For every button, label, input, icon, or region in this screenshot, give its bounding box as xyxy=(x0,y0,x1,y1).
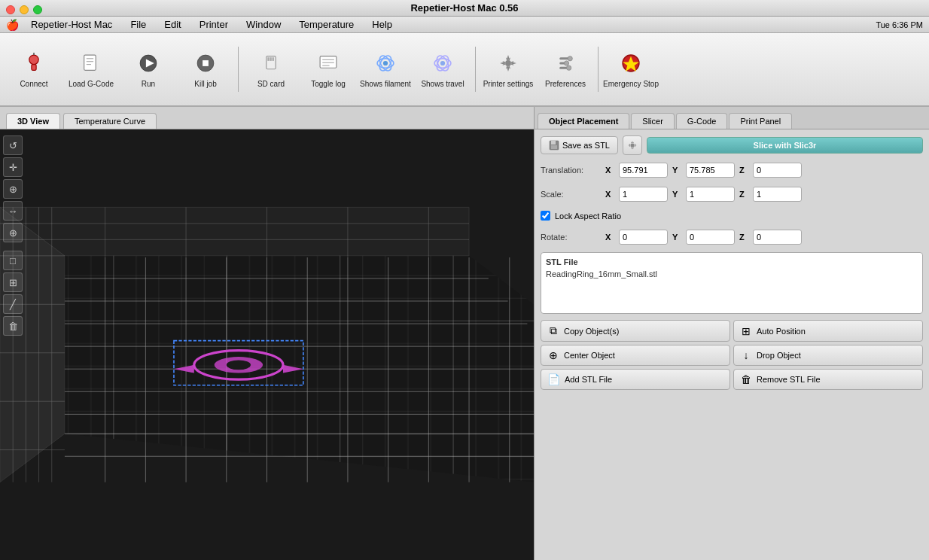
menu-app[interactable]: Repetier-Host Mac xyxy=(28,19,115,30)
auto-position-label: Auto Position xyxy=(757,327,806,336)
svg-rect-3 xyxy=(84,55,96,70)
translation-z[interactable] xyxy=(753,163,802,178)
menu-printer[interactable]: Printer xyxy=(196,19,231,30)
save-as-stl-label: Save as STL xyxy=(562,141,610,150)
svg-rect-13 xyxy=(270,57,271,61)
svg-rect-10 xyxy=(203,60,209,66)
add-file-icon: 📄 xyxy=(547,373,560,385)
tab-slicer[interactable]: Slicer xyxy=(631,113,675,129)
copy-objects-button[interactable]: ⧉ Copy Object(s) xyxy=(541,320,730,342)
menu-bar: 🍎 Repetier-Host Mac File Edit Printer Wi… xyxy=(0,17,929,33)
center-object-button[interactable]: ⊕ Center Object xyxy=(541,345,730,366)
move-button[interactable]: ⊕ xyxy=(3,179,23,199)
emergency-stop-label: Emergency Stop xyxy=(603,80,659,89)
save-icon xyxy=(549,140,559,151)
rotate-label: Rotate: xyxy=(541,233,601,242)
ruler-button[interactable]: ╱ xyxy=(3,294,23,314)
run-button[interactable]: Run xyxy=(120,38,176,101)
svg-rect-1 xyxy=(32,65,36,71)
menu-edit[interactable]: Edit xyxy=(161,19,184,30)
connect-button[interactable]: Connect xyxy=(6,38,62,101)
svg-point-31 xyxy=(568,56,572,61)
run-label: Run xyxy=(142,80,155,89)
tab-3d-view[interactable]: 3D View xyxy=(6,113,60,129)
side-toolbar: ↺ ✛ ⊕ ↔ ⊕ □ ⊞ ╱ 🗑 xyxy=(3,135,23,336)
svg-point-83 xyxy=(227,360,251,370)
svg-rect-85 xyxy=(551,141,556,145)
slice-label: Slice with Slic3r xyxy=(754,141,817,150)
translation-y[interactable] xyxy=(686,163,735,178)
kill-job-button[interactable]: Kill job xyxy=(178,38,233,101)
scale-y[interactable] xyxy=(686,187,735,202)
add-stl-button[interactable]: 📄 Add STL File xyxy=(541,369,730,390)
menu-help[interactable]: Help xyxy=(369,19,395,30)
tab-print-panel[interactable]: Print Panel xyxy=(729,113,792,129)
remove-stl-button[interactable]: 🗑 Remove STL File xyxy=(733,369,923,390)
pan-button[interactable]: ✛ xyxy=(3,157,23,177)
svg-point-87 xyxy=(630,144,634,148)
kill-job-label: Kill job xyxy=(194,80,216,89)
maximize-button[interactable] xyxy=(33,5,42,14)
grid-icon: ⊞ xyxy=(740,325,752,337)
shows-travel-button[interactable]: Shows travel xyxy=(415,38,471,101)
scale-x[interactable] xyxy=(619,187,668,202)
load-gcode-label: Load G-Code xyxy=(69,80,114,89)
sd-card-button[interactable]: SD card xyxy=(243,38,299,101)
rotate-y[interactable] xyxy=(686,230,735,245)
menu-window[interactable]: Window xyxy=(243,19,284,30)
connect-label: Connect xyxy=(20,80,47,89)
copy-objects-label: Copy Object(s) xyxy=(564,327,619,336)
shows-travel-label: Shows travel xyxy=(421,80,464,89)
copy-icon: ⧉ xyxy=(547,324,559,337)
drop-object-label: Drop Object xyxy=(757,351,801,360)
svg-point-22 xyxy=(383,61,388,65)
preferences-button[interactable]: Preferences xyxy=(538,38,593,101)
grid-button[interactable]: ⊞ xyxy=(3,272,23,292)
drop-object-button[interactable]: ↓ Drop Object xyxy=(733,345,923,366)
close-button[interactable] xyxy=(6,5,15,14)
load-gcode-button[interactable]: Load G-Code xyxy=(63,38,119,101)
3d-viewport[interactable]: ↺ ✛ ⊕ ↔ ⊕ □ ⊞ ╱ 🗑 xyxy=(0,129,534,560)
auto-position-button[interactable]: ⊞ Auto Position xyxy=(733,320,923,342)
save-as-stl-button[interactable]: Save as STL xyxy=(541,136,618,154)
apple-menu[interactable]: 🍎 xyxy=(6,19,19,31)
shows-filament-button[interactable]: Shows filament xyxy=(358,38,413,101)
menubar-time: Tue 6:36 PM xyxy=(876,20,923,29)
tab-object-placement[interactable]: Object Placement xyxy=(538,113,629,129)
menu-temperature[interactable]: Temperature xyxy=(296,19,357,30)
remove-icon: 🗑 xyxy=(740,373,752,385)
center-icon: ⊕ xyxy=(547,349,559,361)
translation-x[interactable] xyxy=(619,163,668,178)
svg-rect-15 xyxy=(320,56,337,68)
toggle-log-button[interactable]: Toggle log xyxy=(300,38,356,101)
center-object-label: Center Object xyxy=(564,351,615,360)
reset-view-button[interactable]: ↺ xyxy=(3,135,23,155)
panel-tabs: Object Placement Slicer G-Code Print Pan… xyxy=(535,107,929,129)
printer-settings-button[interactable]: Printer settings xyxy=(480,38,536,101)
tab-temperature-curve[interactable]: Temperature Curve xyxy=(63,113,157,129)
zoom-in-button[interactable]: ⊕ xyxy=(3,223,23,242)
slice-button[interactable]: Slice with Slic3r xyxy=(647,137,923,154)
rotate-view-button[interactable]: ↔ xyxy=(3,201,23,221)
svg-point-0 xyxy=(29,55,38,64)
tab-gcode[interactable]: G-Code xyxy=(676,113,728,129)
emergency-stop-button[interactable]: Emergency Stop xyxy=(603,38,659,101)
svg-point-27 xyxy=(505,60,511,66)
lock-aspect-label: Lock Aspect Ratio xyxy=(555,212,621,221)
zoom-out-button[interactable]: □ xyxy=(3,251,23,270)
lock-aspect-checkbox[interactable] xyxy=(541,211,550,221)
menu-file[interactable]: File xyxy=(127,19,149,30)
rotate-x[interactable] xyxy=(619,230,668,245)
svg-rect-86 xyxy=(551,145,557,149)
gear-icon xyxy=(627,140,638,151)
svg-point-32 xyxy=(564,61,568,65)
stl-file-section: STL File ReadingRing_16mm_Small.stl xyxy=(541,252,923,314)
scale-z[interactable] xyxy=(753,187,802,202)
slicer-settings-button[interactable] xyxy=(623,135,642,155)
trash-button[interactable]: 🗑 xyxy=(3,316,23,336)
stl-filename: ReadingRing_16mm_Small.stl xyxy=(546,269,918,278)
add-stl-label: Add STL File xyxy=(565,375,612,384)
rotate-z[interactable] xyxy=(753,230,802,245)
svg-marker-39 xyxy=(0,207,469,255)
minimize-button[interactable] xyxy=(20,5,29,14)
